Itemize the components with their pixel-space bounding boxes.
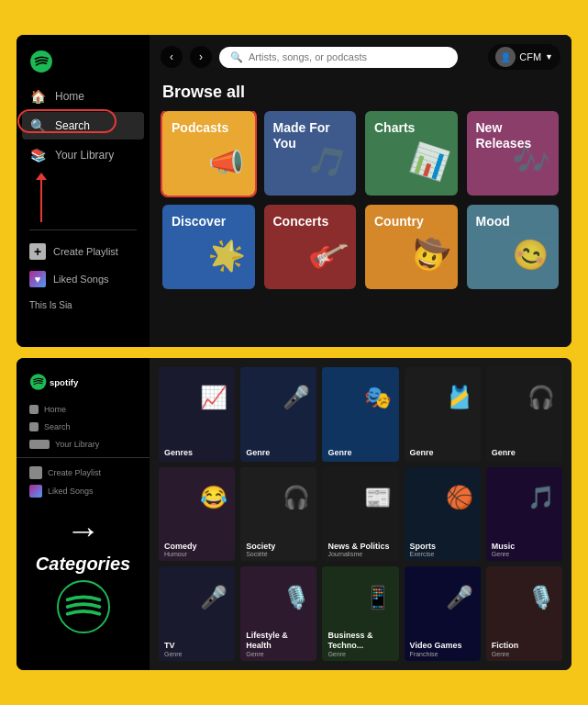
category-card-icon: 🎤: [438, 566, 481, 628]
bottom-search-label: Search: [44, 422, 71, 431]
category-card-icon: 🎙️: [275, 566, 317, 628]
category-card-label: Genre: [492, 448, 557, 458]
category-card-icon: 📈: [193, 367, 235, 429]
category-card-icon: 📰: [357, 467, 399, 529]
category-card-1[interactable]: 🎤 Genre: [240, 367, 316, 462]
bottom-liked-songs[interactable]: Liked Songs: [17, 482, 150, 500]
search-label: Search: [55, 119, 90, 132]
top-main-content: ‹ › 🔍 👤 CFM ▼ Browse all Podcasts 📣 Made…: [150, 35, 571, 347]
category-card-sub: Genre: [246, 651, 311, 657]
search-input[interactable]: [249, 51, 447, 62]
category-card-0[interactable]: 📈 Genres: [159, 367, 235, 462]
red-arrow-annotation: [17, 169, 150, 222]
bottom-panel: spotify Home Search Your Library Create …: [17, 358, 571, 670]
bottom-nav-library[interactable]: Your Library: [24, 437, 142, 452]
playlist-title: This Is Sia: [17, 293, 150, 314]
browse-card-label: New Releases: [476, 120, 560, 151]
category-card-icon: 🎧: [520, 367, 562, 429]
sidebar-item-home[interactable]: 🏠 Home: [22, 83, 144, 110]
bottom-category-grid: 📈 Genres 🎤 Genre 🎭 Genre 🎽 Genre 🎧 Genre…: [150, 358, 571, 670]
sidebar-item-search[interactable]: 🔍 Search: [22, 112, 144, 140]
category-card-label: Genres: [164, 448, 229, 458]
sidebar-liked-songs[interactable]: ♥ Liked Songs: [17, 265, 150, 293]
category-card-sub: Genre: [164, 651, 229, 657]
category-card-sub: Genre: [327, 651, 393, 657]
user-label: CFM: [519, 51, 541, 62]
browse-card-label: Mood: [476, 214, 510, 229]
back-button[interactable]: ‹: [161, 46, 183, 68]
browse-card-charts[interactable]: Charts 📊: [365, 111, 458, 196]
category-card-5[interactable]: 😂 Comedy Humour: [159, 467, 235, 562]
browse-card-concerts[interactable]: Concerts 🎸: [264, 205, 357, 289]
category-card-9[interactable]: 🎵 Music Genre: [486, 467, 562, 562]
small-heart-icon: [29, 485, 42, 498]
category-card-sub: Journalisme: [327, 551, 393, 557]
search-icon: 🔍: [29, 118, 46, 134]
home-label: Home: [55, 90, 84, 103]
category-card-2[interactable]: 🎭 Genre: [322, 367, 398, 462]
category-card-sub: Société: [246, 551, 311, 557]
category-card-13[interactable]: 🎤 Video Games Franchise: [405, 566, 481, 661]
category-card-10[interactable]: 🎤 TV Genre: [159, 566, 235, 661]
small-plus-icon: [29, 466, 42, 479]
browse-card-label: Charts: [374, 120, 415, 136]
browse-card-deco: 🌟: [198, 232, 255, 289]
category-card-11[interactable]: 🎙️ Lifestyle & Health Genre: [240, 566, 316, 661]
browse-card-country[interactable]: Country 🤠: [365, 205, 458, 289]
bottom-spotify-wordmark: spotify: [29, 373, 94, 391]
category-card-label: Society: [246, 542, 311, 552]
category-card-icon: 🏀: [438, 467, 481, 529]
avatar: 👤: [495, 47, 516, 67]
bottom-create-label: Create Playlist: [48, 468, 101, 477]
svg-text:spotify: spotify: [50, 377, 79, 387]
bottom-nav-home[interactable]: Home: [24, 402, 142, 417]
top-sidebar: 🏠 Home 🔍 Search 📚 Your Library: [17, 35, 150, 347]
category-card-label: Genre: [246, 448, 311, 458]
category-card-sub: Humour: [164, 551, 229, 557]
svg-point-1: [30, 374, 47, 390]
browse-card-podcasts[interactable]: Podcasts 📣: [162, 111, 255, 196]
browse-card-made-for-you[interactable]: Made For You 🎵: [264, 111, 357, 196]
browse-card-deco: 🎸: [299, 232, 356, 289]
bottom-home-label: Home: [44, 405, 66, 414]
browse-card-discover[interactable]: Discover 🌟: [162, 205, 255, 289]
spotify-logo-icon: [29, 50, 53, 73]
browse-card-new-releases[interactable]: New Releases 🎶: [467, 111, 560, 196]
category-card-8[interactable]: 🏀 Sports Exercise: [405, 467, 481, 562]
sidebar-divider: [29, 229, 137, 230]
browse-grid: Podcasts 📣 Made For You 🎵 Charts 📊 New R…: [150, 111, 571, 302]
category-card-icon: 🎧: [275, 467, 317, 529]
browse-card-mood[interactable]: Mood 😊: [467, 205, 560, 289]
bottom-create-playlist[interactable]: Create Playlist: [17, 464, 150, 482]
sidebar-create-playlist[interactable]: + Create Playlist: [17, 238, 150, 265]
category-card-14[interactable]: 🎙️ Fiction Genre: [486, 566, 562, 661]
top-panel: 🏠 Home 🔍 Search 📚 Your Library: [17, 35, 571, 347]
category-card-icon: 🎤: [193, 566, 235, 628]
liked-songs-label: Liked Songs: [53, 274, 109, 285]
category-card-icon: 🎵: [520, 467, 562, 529]
search-bar[interactable]: 🔍: [219, 47, 458, 68]
category-card-label: TV: [164, 641, 229, 651]
category-card-label: Genre: [327, 448, 393, 458]
browse-card-label: Made For You: [273, 120, 357, 151]
sidebar-item-library[interactable]: 📚 Your Library: [22, 141, 144, 169]
plus-icon: +: [29, 243, 46, 260]
category-card-4[interactable]: 🎧 Genre: [486, 367, 562, 462]
categories-label: Categories: [36, 554, 130, 575]
mini-library-icon: [29, 440, 50, 449]
category-card-7[interactable]: 📰 News & Politics Journalisme: [322, 467, 398, 562]
browse-card-label: Country: [374, 214, 424, 229]
svg-point-0: [30, 50, 52, 73]
category-card-6[interactable]: 🎧 Society Société: [240, 467, 316, 562]
bottom-nav-search[interactable]: Search: [24, 420, 142, 434]
category-card-sub: Exercise: [410, 551, 475, 557]
category-card-label: Comedy: [164, 542, 229, 552]
user-badge[interactable]: 👤 CFM ▼: [488, 44, 560, 70]
category-card-3[interactable]: 🎽 Genre: [405, 367, 481, 462]
mini-search-icon: [29, 422, 39, 431]
categories-section: → Categories: [17, 513, 150, 633]
category-card-12[interactable]: 📱 Business & Techno... Genre: [322, 566, 398, 661]
forward-button[interactable]: ›: [190, 46, 212, 68]
category-card-label: Music: [492, 542, 557, 552]
browse-card-deco: 🤠: [401, 232, 458, 289]
